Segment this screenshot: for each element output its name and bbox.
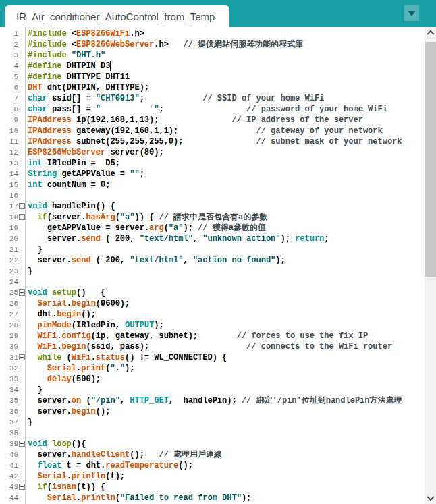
code-line[interactable]: 25void setup() {: [0, 287, 425, 298]
code-line[interactable]: 12ESP8266WebServer server(80);: [0, 147, 425, 158]
code-line[interactable]: 36 server.begin();: [0, 406, 425, 417]
code-line[interactable]: 3#include "DHT.h": [0, 50, 425, 61]
fold-marker-icon[interactable]: [19, 354, 25, 360]
code-line[interactable]: 20 server.send ( 200, "text/html", "unkn…: [0, 233, 425, 244]
line-number: 41: [0, 460, 25, 471]
code-text: }: [25, 266, 32, 277]
code-line[interactable]: 40 server.handleClient(); // 處理用戶連線: [0, 449, 425, 460]
code-text: void setup() {: [25, 287, 105, 298]
code-line[interactable]: 15int countNum = 0;: [0, 179, 425, 190]
fold-marker-icon[interactable]: [19, 484, 25, 490]
code-line[interactable]: 39void loop(){: [0, 439, 425, 449]
code-line[interactable]: 27 dht.begin();: [0, 309, 425, 320]
line-number: 7: [0, 93, 25, 104]
scrollbar-thumb[interactable]: [425, 42, 436, 277]
code-text: Serial.println("Failed to read from DHT"…: [25, 493, 251, 503]
code-line[interactable]: 37}: [0, 417, 425, 428]
code-text: DHT dht(DHTPIN, DHTTYPE);: [25, 82, 149, 93]
code-line[interactable]: 22 server.send ( 200, "text/html", "acti…: [0, 255, 425, 266]
line-number: 37: [0, 417, 25, 428]
scroll-down-button[interactable]: [425, 492, 436, 504]
line-number: 8: [0, 104, 25, 115]
code-line[interactable]: 5#define DHTTYPE DHT11: [0, 72, 425, 82]
code-text: }: [25, 417, 32, 428]
code-line[interactable]: 34 }: [0, 385, 425, 395]
code-line[interactable]: 29 WiFi.config(ip, gateway, subnet); // …: [0, 331, 425, 341]
gutter: 3: [0, 50, 25, 61]
code-line[interactable]: 33 delay(500);: [0, 374, 425, 385]
code-text: delay(500);: [25, 374, 101, 385]
code-line[interactable]: 24: [0, 277, 425, 287]
code-line[interactable]: 6DHT dht(DHTPIN, DHTTYPE);: [0, 82, 425, 93]
code-line[interactable]: 42 Serial.println(t);: [0, 471, 425, 482]
gutter: 5: [0, 72, 25, 82]
code-line[interactable]: 10IPAddress gateway(192,168,1,1); // gat…: [0, 125, 425, 136]
gutter: 34: [0, 385, 25, 395]
scroll-up-button[interactable]: [425, 27, 436, 39]
code-line[interactable]: 4#define DHTPIN D3: [0, 61, 425, 72]
line-number: 23: [0, 266, 25, 277]
fold-marker-icon[interactable]: [19, 441, 25, 447]
code-line[interactable]: 30 WiFi.begin(ssid, pass); // connects t…: [0, 341, 425, 352]
code-line[interactable]: 11IPAddress subnet(255,255,255,0); // su…: [0, 136, 425, 147]
text-caret: [110, 61, 111, 71]
line-number: 13: [0, 158, 25, 169]
vertical-scrollbar[interactable]: [425, 27, 436, 504]
code-line[interactable]: 1#include <ESP8266WiFi.h>: [0, 28, 425, 39]
gutter: 16: [0, 190, 25, 201]
sketch-tab[interactable]: IR_Air_conditioner_AutoControl_from_Temp: [5, 5, 229, 27]
gutter: 33: [0, 374, 25, 385]
code-line[interactable]: 21 }: [0, 244, 425, 255]
gutter: 27: [0, 309, 25, 320]
code-text: Serial.begin(9600);: [25, 298, 130, 309]
code-line[interactable]: 17void handlePin() {: [0, 201, 425, 212]
code-line[interactable]: 18 if(server.hasArg("a")) { // 請求中是否包含有a…: [0, 212, 425, 223]
code-line[interactable]: 43 if(isnan(t)) {: [0, 482, 425, 493]
code-line[interactable]: 38: [0, 428, 425, 439]
gutter: 38: [0, 428, 25, 439]
code-line[interactable]: 32 Serial.print(".");: [0, 363, 425, 374]
gutter: 13: [0, 158, 25, 169]
code-line[interactable]: 31 while (WiFi.status() != WL_CONNECTED)…: [0, 352, 425, 363]
line-number: 38: [0, 428, 25, 439]
gutter: 19: [0, 223, 25, 233]
code-lines[interactable]: 1#include <ESP8266WiFi.h>2#include <ESP8…: [0, 27, 425, 504]
code-line[interactable]: 9IPAddress ip(192,168,1,13); // IP addre…: [0, 115, 425, 125]
gutter: 21: [0, 244, 25, 255]
gutter: 25: [0, 287, 25, 298]
code-line[interactable]: 35 server.on ("/pin", HTTP_GET, handlePi…: [0, 395, 425, 406]
gutter: 30: [0, 341, 25, 352]
code-line[interactable]: 26 Serial.begin(9600);: [0, 298, 425, 309]
code-line[interactable]: 7char ssid[] = "CHT0913"; // SSID of you…: [0, 93, 425, 104]
fold-marker-icon[interactable]: [19, 289, 25, 296]
code-text: void handlePin() {: [25, 201, 115, 212]
line-number: 4: [0, 61, 25, 72]
gutter: 24: [0, 277, 25, 287]
gutter: 37: [0, 417, 25, 428]
code-line[interactable]: 13int IRledPin = D5;: [0, 158, 425, 169]
fold-marker-icon[interactable]: [19, 214, 25, 220]
code-line[interactable]: 19 getAPPValue = server.arg("a"); // 獲得a…: [0, 223, 425, 233]
gutter: 14: [0, 169, 25, 179]
line-number: 14: [0, 169, 25, 179]
code-line[interactable]: 2#include <ESP8266WebServer.h> // 提供網站伺服…: [0, 39, 425, 50]
code-line[interactable]: 16: [0, 190, 425, 201]
code-line[interactable]: 23}: [0, 266, 425, 277]
code-line[interactable]: 28 pinMode(IRledPin, OUTPUT);: [0, 320, 425, 331]
gutter: 36: [0, 406, 25, 417]
code-line[interactable]: 8char pass[] = " '"; // password of your…: [0, 104, 425, 115]
code-line[interactable]: 14String getAPPValue = "";: [0, 169, 425, 179]
code-text: char pass[] = " '"; // password of your …: [25, 104, 387, 115]
line-number: 44: [0, 493, 25, 503]
gutter: 9: [0, 115, 25, 125]
gutter: 22: [0, 255, 25, 266]
fold-marker-icon[interactable]: [19, 203, 25, 209]
gutter: 40: [0, 449, 25, 460]
code-text: Serial.print(".");: [25, 363, 134, 374]
code-line[interactable]: 44 Serial.println("Failed to read from D…: [0, 493, 425, 503]
line-number: 3: [0, 50, 25, 61]
line-number: 10: [0, 125, 25, 136]
code-editor[interactable]: 1#include <ESP8266WiFi.h>2#include <ESP8…: [0, 27, 436, 504]
tab-menu-button[interactable]: [404, 5, 419, 21]
code-line[interactable]: 41 float t = dht.readTemperature();: [0, 460, 425, 471]
